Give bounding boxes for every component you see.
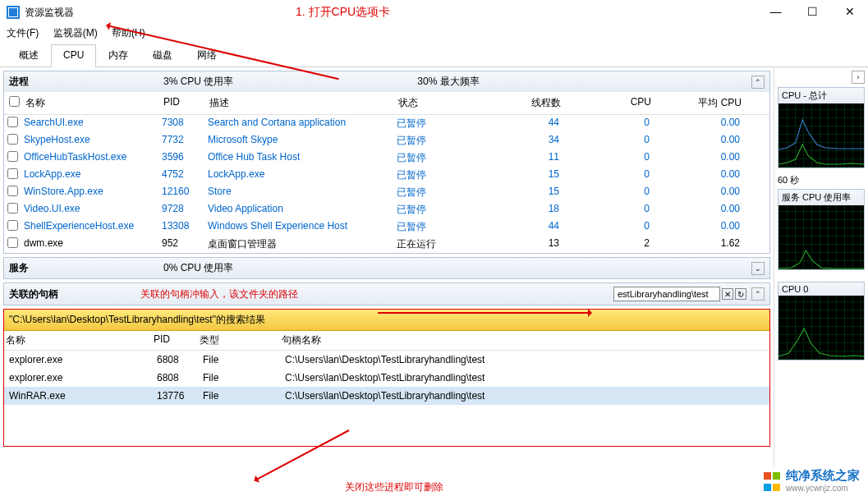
process-status: 已暂停 bbox=[393, 132, 475, 149]
process-checkbox[interactable] bbox=[7, 203, 18, 214]
process-pid: 7732 bbox=[158, 132, 204, 149]
process-threads: 11 bbox=[475, 149, 563, 167]
handle-search-input[interactable] bbox=[613, 287, 720, 301]
annotation-arrow-2 bbox=[378, 312, 591, 314]
processes-header[interactable]: 进程 3% CPU 使用率 30% 最大频率 ⌃ bbox=[4, 71, 769, 92]
process-desc: Search and Cortana application bbox=[204, 115, 393, 132]
process-status: 已暂停 bbox=[393, 184, 475, 201]
tab-memory[interactable]: 内存 bbox=[96, 44, 140, 67]
process-status: 已暂停 bbox=[393, 218, 475, 236]
process-list[interactable]: SearchUI.exe7308Search and Cortana appli… bbox=[4, 115, 769, 253]
services-header[interactable]: 服务 0% CPU 使用率 ⌄ bbox=[4, 258, 769, 278]
process-row[interactable]: LockApp.exe4752LockApp.exe已暂停1500.00 bbox=[4, 167, 769, 184]
process-checkbox[interactable] bbox=[7, 134, 18, 145]
tab-disk[interactable]: 磁盘 bbox=[140, 44, 185, 67]
handle-row[interactable]: explorer.exe6808FileC:\Users\lan\Desktop… bbox=[4, 351, 769, 369]
col-status[interactable]: 状态 bbox=[395, 94, 477, 112]
process-pid: 7308 bbox=[158, 115, 204, 132]
chart-canvas bbox=[778, 103, 864, 168]
title-bar: 资源监视器 1. 打开CPU选项卡 — ☐ ✕ bbox=[0, 0, 868, 25]
process-checkbox[interactable] bbox=[7, 168, 18, 179]
process-cpu: 0 bbox=[563, 115, 653, 132]
process-checkbox[interactable] bbox=[7, 186, 18, 196]
handle-name: explorer.exe bbox=[6, 352, 154, 367]
process-status: 正在运行 bbox=[393, 236, 475, 253]
process-row[interactable]: OfficeHubTaskHost.exe3596Office Hub Task… bbox=[4, 149, 769, 167]
process-checkbox[interactable] bbox=[7, 237, 18, 248]
handle-pid: 6808 bbox=[154, 370, 200, 385]
col-threads[interactable]: 线程数 bbox=[477, 94, 564, 112]
expand-icon[interactable]: ⌄ bbox=[751, 262, 765, 275]
col-name[interactable]: 名称 bbox=[22, 94, 160, 112]
process-name: ShellExperienceHost.exe bbox=[21, 218, 158, 236]
hcol-pid[interactable]: PID bbox=[154, 333, 200, 347]
search-results: "C:\Users\lan\Desktop\TestLibraryhandlin… bbox=[3, 309, 770, 447]
tab-cpu[interactable]: CPU bbox=[51, 44, 96, 67]
process-cpu: 0 bbox=[563, 201, 653, 218]
hcol-handle-name[interactable]: 句柄名称 bbox=[282, 333, 768, 347]
col-avg-cpu[interactable]: 平均 CPU bbox=[654, 94, 745, 112]
watermark: 纯净系统之家 www.ycwnjz.com bbox=[758, 466, 865, 494]
process-row[interactable]: WinStore.App.exe12160Store已暂停1500.00 bbox=[4, 184, 769, 201]
process-pid: 13308 bbox=[158, 218, 204, 236]
handle-row[interactable]: WinRAR.exe13776FileC:\Users\lan\Desktop\… bbox=[4, 387, 769, 405]
process-cpu: 0 bbox=[563, 184, 653, 201]
col-cpu[interactable]: CPU bbox=[564, 94, 654, 112]
tab-network[interactable]: 网络 bbox=[185, 44, 229, 67]
tab-overview[interactable]: 概述 bbox=[7, 44, 51, 67]
close-button[interactable]: ✕ bbox=[831, 0, 868, 23]
chart-canvas bbox=[778, 205, 864, 269]
chart-subtitle: 60 秒 bbox=[778, 173, 865, 189]
col-pid[interactable]: PID bbox=[160, 94, 206, 112]
process-cpu: 0 bbox=[563, 167, 653, 184]
chart-title: CPU - 总计 bbox=[778, 88, 864, 103]
process-checkbox[interactable] bbox=[7, 151, 18, 162]
processes-panel: 进程 3% CPU 使用率 30% 最大频率 ⌃ 名称 PID 描述 状态 线程… bbox=[3, 71, 770, 254]
minimize-button[interactable]: — bbox=[757, 0, 794, 23]
chart-title: CPU 0 bbox=[778, 282, 864, 296]
process-threads: 15 bbox=[475, 184, 563, 201]
chart-title: 服务 CPU 使用率 bbox=[778, 190, 864, 205]
handle-path: C:\Users\lan\Desktop\TestLibraryhandling… bbox=[282, 370, 768, 385]
process-pid: 3596 bbox=[158, 149, 204, 167]
processes-title: 进程 bbox=[9, 75, 29, 89]
handle-pid: 6808 bbox=[154, 352, 200, 367]
refresh-search-icon[interactable]: ↻ bbox=[735, 288, 746, 300]
process-checkbox[interactable] bbox=[7, 117, 18, 127]
chart-canvas bbox=[778, 296, 864, 360]
process-row[interactable]: Video.UI.exe9728Video Application已暂停1800… bbox=[4, 201, 769, 218]
process-threads: 18 bbox=[475, 201, 563, 218]
process-cpu: 0 bbox=[563, 149, 653, 167]
menu-monitor[interactable]: 监视器(M) bbox=[53, 27, 98, 39]
handle-name: WinRAR.exe bbox=[6, 388, 154, 403]
process-row[interactable]: SearchUI.exe7308Search and Cortana appli… bbox=[4, 115, 769, 132]
handles-panel: 关联的句柄 关联的句柄冲输入，该文件夹的路径 ✕ ↻ ⌃ bbox=[3, 282, 770, 305]
process-status: 已暂停 bbox=[393, 167, 475, 184]
col-desc[interactable]: 描述 bbox=[206, 94, 395, 112]
hcol-type[interactable]: 类型 bbox=[200, 333, 282, 347]
handle-type: File bbox=[200, 370, 282, 385]
watermark-url: www.ycwnjz.com bbox=[786, 484, 860, 493]
process-row[interactable]: dwm.exe952桌面窗口管理器正在运行1321.62 bbox=[4, 236, 769, 253]
process-row[interactable]: ShellExperienceHost.exe13308Windows Shel… bbox=[4, 218, 769, 236]
process-row[interactable]: SkypeHost.exe7732Microsoft Skype已暂停3400.… bbox=[4, 132, 769, 149]
clear-search-icon[interactable]: ✕ bbox=[722, 288, 733, 300]
process-desc: Microsoft Skype bbox=[204, 132, 393, 149]
process-checkbox[interactable] bbox=[7, 220, 18, 231]
process-cpu: 0 bbox=[563, 132, 653, 149]
select-all-checkbox[interactable] bbox=[9, 96, 20, 107]
process-threads: 13 bbox=[475, 236, 563, 253]
services-title: 服务 bbox=[9, 261, 29, 275]
hcol-name[interactable]: 名称 bbox=[6, 333, 154, 347]
process-avg: 0.00 bbox=[653, 132, 743, 149]
handle-rows[interactable]: explorer.exe6808FileC:\Users\lan\Desktop… bbox=[4, 351, 769, 405]
annotation-2: 关联的句柄冲输入，该文件夹的路径 bbox=[140, 287, 298, 301]
menu-file[interactable]: 文件(F) bbox=[7, 27, 39, 39]
handles-header[interactable]: 关联的句柄 关联的句柄冲输入，该文件夹的路径 ✕ ↻ ⌃ bbox=[4, 283, 769, 305]
sidebar-collapse-icon[interactable]: › bbox=[852, 71, 865, 84]
collapse-icon[interactable]: ⌃ bbox=[751, 76, 765, 89]
process-threads: 44 bbox=[475, 115, 563, 132]
collapse-icon[interactable]: ⌃ bbox=[751, 287, 765, 301]
handle-row[interactable]: explorer.exe6808FileC:\Users\lan\Desktop… bbox=[4, 369, 769, 387]
maximize-button[interactable]: ☐ bbox=[794, 0, 831, 23]
